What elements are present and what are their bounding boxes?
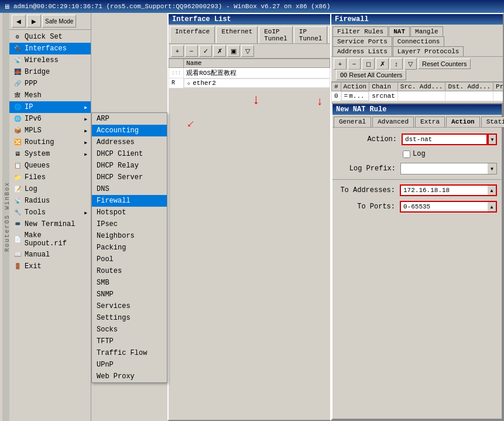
sidebar-item-files[interactable]: 📁 Files <box>9 172 91 183</box>
log-prefix-input[interactable] <box>400 163 488 174</box>
delete-rule-button[interactable]: ✗ <box>376 58 389 70</box>
table-row[interactable]: R ⬦ether2 <box>169 78 330 88</box>
sidebar-item-ipv6[interactable]: 🌐 IPv6 ▶ <box>9 113 91 125</box>
sidebar-item-tools[interactable]: 🔧 Tools ▶ <box>9 207 91 218</box>
back-button[interactable]: ◀ <box>12 15 26 28</box>
submenu-web-proxy[interactable]: Web Proxy <box>92 371 167 382</box>
tab-statistics[interactable]: Statistics <box>481 117 504 127</box>
submenu-snmp[interactable]: SNMP <box>92 289 167 300</box>
tab-mangle[interactable]: Mangle <box>410 26 443 36</box>
tab-filter-rules[interactable]: Filter Rules <box>332 26 388 36</box>
col-num: # <box>332 83 341 91</box>
row-action: = m... <box>341 91 369 101</box>
submenu-smb[interactable]: SMB <box>92 277 167 289</box>
submenu-dns[interactable]: DNS <box>92 183 167 195</box>
tab-general[interactable]: General <box>334 117 371 127</box>
tab-action[interactable]: Action <box>446 117 480 127</box>
submenu-dhcp-client[interactable]: DHCP Client <box>92 148 167 160</box>
enable-interface-button[interactable]: ✓ <box>199 45 212 57</box>
move-rule-button[interactable]: ↕ <box>390 58 403 70</box>
tab-address-lists[interactable]: Address Lists <box>332 46 392 56</box>
sidebar-item-interfaces[interactable]: 🔌 Interfaces <box>9 43 91 54</box>
submenu-socks[interactable]: Socks <box>92 324 167 336</box>
submenu-packing[interactable]: Packing <box>92 242 167 254</box>
to-ports-label: To Ports: <box>337 203 400 211</box>
remove-rule-button[interactable]: − <box>348 58 361 70</box>
tab-layer7[interactable]: Layer7 Protocols <box>393 46 464 56</box>
tab-advanced[interactable]: Advanced <box>372 117 414 127</box>
forward-button[interactable]: ▶ <box>27 15 41 28</box>
sidebar-item-mpls[interactable]: 📦 MPLS ▶ <box>9 125 91 136</box>
tab-service-ports[interactable]: Service Ports <box>332 36 392 46</box>
ip-arrow: ▶ <box>84 105 87 110</box>
safe-mode-button[interactable]: Safe Mode <box>42 15 76 28</box>
tab-connections[interactable]: Connections <box>393 36 445 46</box>
filter-rule-button[interactable]: ▽ <box>404 58 417 70</box>
submenu-dhcp-relay[interactable]: DHCP Relay <box>92 160 167 172</box>
to-addresses-row: To Addresses: ▲ <box>332 182 502 198</box>
submenu-dhcp-server[interactable]: DHCP Server <box>92 172 167 183</box>
reset-all-counters-button[interactable]: Reset All Counters <box>336 70 406 80</box>
to-ports-input[interactable] <box>400 201 488 213</box>
sidebar-item-exit[interactable]: 🚪 Exit <box>9 261 91 272</box>
add-rule-button[interactable]: + <box>334 58 347 70</box>
ipv6-arrow: ▶ <box>84 117 87 122</box>
submenu-routes[interactable]: Routes <box>92 265 167 277</box>
sidebar-item-new-terminal[interactable]: 💻 New Terminal <box>9 218 91 230</box>
sidebar-item-mesh[interactable]: 🕸 Mesh <box>9 90 91 101</box>
submenu-settings[interactable]: Settings <box>92 312 167 324</box>
sidebar-item-wireless[interactable]: 📡 Wireless <box>9 54 91 66</box>
sidebar-item-make-supout[interactable]: 📄 Make Supout.rif <box>9 230 91 249</box>
table-row[interactable]: 0 = m... srcnat 5 <box>332 91 503 101</box>
add-interface-button[interactable]: + <box>171 45 184 57</box>
row-chain: srcnat <box>369 91 398 101</box>
tab-extra[interactable]: Extra <box>415 117 445 127</box>
submenu-services[interactable]: Services <box>92 300 167 312</box>
config-interface-button[interactable]: ▣ <box>227 45 240 57</box>
submenu-tftp[interactable]: TFTP <box>92 336 167 347</box>
log-checkbox[interactable] <box>403 150 410 158</box>
form-divider <box>332 179 502 180</box>
submenu-ipsec[interactable]: IPsec <box>92 218 167 230</box>
filter-interface-button[interactable]: ▽ <box>241 45 254 57</box>
ip-icon: 🌐 <box>13 102 22 112</box>
remove-interface-button[interactable]: − <box>185 45 198 57</box>
tab-ethernet[interactable]: Ethernet <box>216 26 258 43</box>
sidebar-item-ppp[interactable]: 🔗 PPP <box>9 78 91 90</box>
sidebar-item-quick-set[interactable]: ⚙ Quick Set <box>9 31 91 43</box>
reset-counters-button[interactable]: Reset Counters <box>418 59 471 69</box>
sidebar-item-log[interactable]: 📝 Log <box>9 183 91 195</box>
action-select[interactable]: dst-nat src-nat masquerade redirect pass… <box>402 134 488 145</box>
firewall-panel: Firewall Filter Rules NAT Mangle Service… <box>330 13 504 421</box>
submenu-neighbors[interactable]: Neighbors <box>92 230 167 242</box>
submenu-pool[interactable]: Pool <box>92 254 167 265</box>
submenu-upnp[interactable]: UPnP <box>92 359 167 371</box>
submenu-firewall[interactable]: Firewall <box>92 195 167 207</box>
tools-icon: 🔧 <box>13 208 22 217</box>
submenu-arp[interactable]: ARP <box>92 113 167 125</box>
submenu-traffic-flow[interactable]: Traffic Flow <box>92 347 167 359</box>
sidebar-item-bridge[interactable]: 🌉 Bridge <box>9 66 91 78</box>
sidebar-item-radius[interactable]: 📡 Radius <box>9 195 91 207</box>
tab-interface[interactable]: Interface <box>170 26 215 43</box>
sidebar-item-ip[interactable]: 🌐 IP ▶ <box>9 101 91 113</box>
tab-eoip[interactable]: EoIP Tunnel <box>259 26 293 43</box>
tab-ip-tunnel[interactable]: IP Tunnel <box>294 26 328 43</box>
copy-rule-button[interactable]: ◻ <box>362 58 375 70</box>
submenu-addresses[interactable]: Addresses <box>92 136 167 148</box>
to-ports-dropdown-btn[interactable]: ▲ <box>488 201 497 213</box>
submenu-hotspot[interactable]: Hotspot <box>92 207 167 218</box>
to-addresses-input[interactable] <box>400 184 488 196</box>
sidebar-item-queues[interactable]: 📋 Queues <box>9 160 91 172</box>
new-terminal-icon: 💻 <box>13 220 22 229</box>
tab-nat[interactable]: NAT <box>389 26 410 36</box>
submenu-accounting[interactable]: Accounting <box>92 125 167 136</box>
sidebar-item-system[interactable]: 🖥 System ▶ <box>9 148 91 160</box>
sidebar-item-routing[interactable]: 🔀 Routing ▶ <box>9 136 91 148</box>
log-prefix-dropdown-btn[interactable]: ▼ <box>488 163 497 174</box>
action-dropdown-btn[interactable]: ▼ <box>488 134 497 145</box>
to-addresses-dropdown-btn[interactable]: ▲ <box>488 184 497 196</box>
sidebar-item-manual[interactable]: 📖 Manual <box>9 249 91 261</box>
table-row[interactable]: ::: 观看ROS配置教程 <box>169 68 330 78</box>
disable-interface-button[interactable]: ✗ <box>213 45 226 57</box>
